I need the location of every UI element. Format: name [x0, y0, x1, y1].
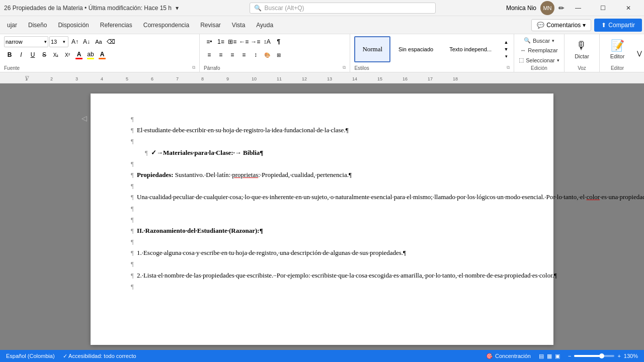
menu-ujar[interactable]: ujar — [2, 20, 22, 31]
menu-ayuda[interactable]: Ayuda — [251, 20, 278, 31]
ribbon-styles-section: Normal Sin espaciado Texto independ... ▲… — [350, 34, 514, 72]
sort-btn[interactable]: ↕A — [262, 36, 273, 47]
zoom-slider[interactable] — [574, 355, 614, 357]
increase-indent-btn[interactable]: →≡ — [250, 36, 261, 47]
para-11-content: II.·Razonamiento·del·Estudiante·(Razonar… — [137, 226, 513, 235]
font-size-input[interactable] — [51, 39, 62, 45]
font-color-btn[interactable]: A — [73, 49, 85, 60]
pilcrow-13: ¶ — [131, 248, 134, 257]
align-left-btn[interactable]: ≡ — [204, 49, 215, 60]
statusbar-left: Español (Colombia) ✓ Accesibilidad: todo… — [6, 353, 136, 359]
view-icons: ▤ ▦ ▣ — [539, 353, 560, 359]
size-dropdown-arrow[interactable]: ▾ — [63, 39, 65, 44]
doc-area[interactable]: ◁ ¶ ¶ El·estudiante·debe·escribir·en·su·… — [0, 83, 644, 350]
seleccionar-label: Seleccionar — [526, 57, 554, 63]
font-dropdown-arrow[interactable]: ▾ — [44, 39, 47, 44]
numbered-list-btn[interactable]: 1≡ — [215, 36, 226, 47]
font-name-input[interactable] — [6, 39, 43, 45]
zoom-in-icon[interactable]: + — [617, 353, 620, 359]
styles-up-arrow[interactable]: ▲ — [503, 39, 510, 46]
style-sin-espaciado[interactable]: Sin espaciado — [390, 36, 441, 62]
minimize-button[interactable]: — — [567, 0, 590, 16]
comentarios-icon: 💬 — [537, 22, 544, 29]
strikethrough-btn[interactable]: S — [39, 49, 50, 60]
font-expand-icon[interactable]: ⧉ — [192, 65, 195, 70]
border-btn[interactable]: ⊞ — [273, 49, 284, 60]
edit-icon[interactable]: ✏ — [558, 4, 565, 12]
shading-btn[interactable]: 🎨 — [262, 49, 273, 60]
title-dropdown[interactable]: ▾ — [176, 5, 179, 12]
para-13-content: 1.·Escoge·alguna·cosa·y·escribe·en·tu·ho… — [137, 248, 513, 257]
menu-diseno[interactable]: Diseño — [23, 20, 52, 31]
para-11: ¶ II.·Razonamiento·del·Estudiante·(Razon… — [131, 225, 513, 236]
para-expand-icon[interactable]: ⧉ — [343, 65, 346, 70]
user-name: Monica Nio — [506, 5, 536, 12]
zoom-out-icon[interactable]: − — [568, 353, 571, 359]
style-texto-independ[interactable]: Texto independ... — [441, 36, 500, 62]
reemplazar-label: Reemplazar — [528, 47, 557, 53]
language-indicator[interactable]: Español (Colombia) — [6, 353, 55, 359]
zoom-level[interactable]: 130% — [624, 353, 638, 359]
comentarios-arrow: ▾ — [583, 22, 586, 29]
decrease-font-btn[interactable]: A↓ — [81, 36, 92, 47]
bold-btn[interactable]: B — [4, 49, 15, 60]
font-name-box[interactable]: ▾ — [4, 36, 48, 47]
reemplazar-btn[interactable]: ↔ Reemplazar — [518, 46, 559, 54]
pilcrow-14: ¶ — [131, 259, 134, 268]
zoom-fill — [574, 355, 600, 357]
view-web-icon[interactable]: ▦ — [547, 353, 552, 359]
styles-expand-icon[interactable]: ⧉ — [507, 65, 510, 70]
accessibility-status[interactable]: ✓ Accesibilidad: todo correcto — [63, 353, 136, 359]
line-spacing-btn[interactable]: ↕ — [250, 49, 261, 60]
menu-vista[interactable]: Vista — [227, 20, 250, 31]
bullet-list-btn[interactable]: ≡• — [204, 36, 215, 47]
menu-correspondencia[interactable]: Correspondencia — [138, 20, 194, 31]
view-print-icon[interactable]: ▤ — [539, 353, 544, 359]
styles-expand-arrow[interactable]: ▾ — [503, 53, 510, 60]
editor-btn[interactable]: 📝 Editor — [606, 36, 629, 62]
compartir-label: Compartir — [608, 22, 635, 29]
underline-btn[interactable]: U — [27, 49, 38, 60]
subscript-btn[interactable]: X₂ — [50, 49, 61, 60]
highlight-btn[interactable]: ab — [85, 49, 96, 60]
styles-down-arrow[interactable]: ▼ — [503, 46, 510, 53]
align-right-btn[interactable]: ≡ — [227, 49, 238, 60]
align-center-btn[interactable]: ≡ — [215, 49, 226, 60]
compartir-button[interactable]: ⬆ Compartir — [594, 19, 642, 32]
zoom-handle[interactable] — [599, 353, 604, 358]
clear-format-btn[interactable]: ⌫ — [105, 36, 116, 47]
menu-revisar[interactable]: Revisar — [195, 20, 226, 31]
focus-mode[interactable]: 🎯 Concentración — [486, 353, 531, 359]
italic-btn[interactable]: I — [16, 49, 27, 60]
menu-disposicion[interactable]: Disposición — [53, 20, 94, 31]
para-15-content: 2.·Lista·el·nombre·de·las·propiedades·qu… — [137, 271, 557, 280]
change-case-btn[interactable]: Aa — [93, 36, 104, 47]
seleccionar-btn[interactable]: ⬚ Seleccionar ▾ — [517, 56, 561, 64]
pilcrow-btn[interactable]: ¶ — [273, 36, 284, 47]
multilevel-list-btn[interactable]: ⊞≡ — [227, 36, 238, 47]
comentarios-button[interactable]: 💬 Comentarios ▾ — [531, 19, 591, 31]
document-page[interactable]: ◁ ¶ ¶ El·estudiante·debe·escribir·en·su·… — [91, 94, 553, 345]
seleccionar-arrow: ▾ — [557, 58, 559, 63]
style-normal[interactable]: Normal — [354, 36, 390, 62]
superscript-btn[interactable]: X² — [62, 49, 73, 60]
font-size-box[interactable]: ▾ — [49, 36, 68, 47]
pilcrow-1: ¶ — [131, 115, 134, 124]
dictar-btn[interactable]: 🎙 Dictar — [571, 36, 593, 62]
font-color2-btn[interactable]: A — [97, 49, 108, 60]
dictar-icon: 🎙 — [576, 39, 587, 52]
decrease-indent-btn[interactable]: ←≡ — [238, 36, 250, 47]
buscar-btn[interactable]: 🔍 Buscar ▾ — [522, 36, 556, 45]
para-6: ¶ Propiedades: Sustantivo.·Del·latín:·pr… — [131, 169, 513, 180]
search-box[interactable]: 🔍 Buscar (Alt+Q) — [250, 3, 436, 14]
editor-label-section: Editor — [611, 64, 624, 71]
ribbon-collapse[interactable]: ⋁ — [635, 34, 644, 72]
increase-font-btn[interactable]: A↑ — [69, 36, 80, 47]
para-2-content: El·estudiante·debe·escribir·en·su·hoja·d… — [137, 126, 513, 135]
view-read-icon[interactable]: ▣ — [555, 353, 560, 359]
maximize-button[interactable]: ☐ — [592, 0, 615, 16]
close-button[interactable]: ✕ — [617, 0, 640, 16]
collapse-icon[interactable]: ⋁ — [637, 50, 642, 57]
menu-referencias[interactable]: Referencias — [95, 20, 137, 31]
align-justify-btn[interactable]: ≡ — [238, 49, 250, 60]
